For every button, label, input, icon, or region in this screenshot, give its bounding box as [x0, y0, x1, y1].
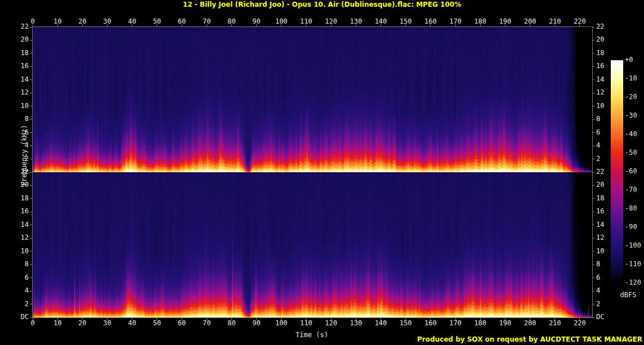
- y-axis-tick: [592, 172, 594, 173]
- x-tick-label: 110: [297, 18, 315, 25]
- freq-tick-label: 16: [11, 208, 29, 215]
- colorbar-tick-label: -30: [625, 112, 637, 119]
- freq-tick-label: 18: [11, 50, 29, 57]
- x-tick-label: 90: [248, 18, 266, 25]
- y-axis-tick: [592, 132, 594, 133]
- x-tick-label: 110: [297, 320, 315, 327]
- colorbar-tick-label: -50: [625, 149, 637, 156]
- x-tick-label: 10: [48, 18, 66, 25]
- y-axis-tick: [30, 79, 32, 80]
- y-axis-tick: [30, 185, 32, 186]
- freq-tick-label: DC: [11, 313, 29, 321]
- y-axis-tick: [592, 212, 594, 212]
- freq-tick-label: 20: [596, 36, 614, 43]
- x-tick-label: 170: [446, 18, 464, 25]
- x-tick-label: 200: [521, 18, 539, 25]
- x-tick-label: 70: [198, 18, 216, 25]
- y-axis-tick: [30, 40, 32, 41]
- x-tick-label: 140: [372, 18, 390, 25]
- y-axis-tick: [30, 198, 32, 199]
- x-tick-label: 190: [496, 18, 514, 25]
- x-tick-label: 20: [73, 18, 91, 25]
- y-axis-tick: [30, 66, 32, 67]
- y-axis-tick: [592, 146, 594, 146]
- y-axis-tick: [30, 238, 32, 239]
- x-tick-label: 120: [322, 18, 340, 25]
- credit-text: Produced by SOX on request by AUCDTECT T…: [417, 335, 642, 343]
- freq-tick-label: DC: [596, 313, 614, 321]
- y-axis-title: Frequency (kHz): [20, 105, 28, 206]
- x-tick-label: 180: [471, 320, 489, 327]
- y-axis-tick: [30, 146, 32, 146]
- freq-tick-label: 4: [596, 287, 614, 294]
- colorbar-tick-label: -70: [625, 186, 637, 194]
- y-axis-tick: [592, 265, 594, 265]
- freq-tick-label: 12: [11, 89, 29, 96]
- spectrogram-channel-left: [33, 27, 592, 172]
- colorbar-tick-label: -110: [625, 261, 641, 268]
- colorbar-tick-label: -100: [625, 242, 641, 249]
- y-axis-tick: [30, 159, 32, 159]
- x-tick-label: 60: [173, 18, 191, 25]
- x-tick-label: 50: [148, 320, 166, 327]
- freq-tick-label: 16: [11, 62, 29, 70]
- x-tick-label: 80: [222, 18, 240, 25]
- y-axis-tick: [592, 79, 594, 80]
- freq-tick-label: 4: [11, 287, 29, 294]
- colorbar-tick-label: -10: [625, 75, 637, 82]
- colorbar-tick-label: -120: [625, 279, 641, 286]
- x-tick-label: 50: [148, 18, 166, 25]
- x-tick-label: 100: [272, 18, 290, 25]
- y-axis-tick: [592, 198, 594, 199]
- x-tick-label: 20: [73, 320, 91, 327]
- x-tick-label: 130: [347, 18, 365, 25]
- y-axis-tick: [592, 317, 594, 318]
- freq-tick-label: 18: [596, 50, 614, 57]
- y-axis-tick: [592, 93, 594, 93]
- x-tick-label: 120: [322, 320, 340, 327]
- x-tick-label: 180: [471, 18, 489, 25]
- y-axis-tick: [592, 238, 594, 239]
- x-tick-label: 80: [222, 320, 240, 327]
- y-axis-tick: [592, 40, 594, 41]
- x-tick-label: 220: [571, 320, 589, 327]
- colorbar: [611, 60, 623, 283]
- x-tick-label: 40: [123, 320, 141, 327]
- colorbar-unit-label: dBFS: [616, 291, 641, 299]
- y-axis-tick: [30, 265, 32, 265]
- y-axis-tick: [592, 251, 594, 252]
- y-axis-tick: [592, 225, 594, 225]
- colorbar-tick-label: -80: [625, 205, 637, 212]
- y-axis-tick: [592, 291, 594, 292]
- x-tick-label: 60: [173, 320, 191, 327]
- y-axis-tick: [592, 53, 594, 53]
- y-axis-tick: [30, 119, 32, 120]
- freq-tick-label: 6: [11, 274, 29, 281]
- y-axis-tick: [30, 93, 32, 93]
- y-axis-tick: [592, 185, 594, 186]
- x-tick-label: 100: [272, 320, 290, 327]
- y-axis-tick: [30, 251, 32, 252]
- sox-spectrogram-window: 12 - Billy Joel (Richard Joo) - Opus 10.…: [0, 0, 644, 345]
- x-tick-label: 30: [99, 18, 117, 25]
- y-axis-tick: [592, 277, 594, 278]
- freq-tick-label: 20: [11, 36, 29, 43]
- freq-tick-label: 2: [11, 301, 29, 308]
- x-tick-label: 220: [571, 18, 589, 25]
- freq-tick-label: 12: [11, 234, 29, 241]
- x-tick-label: 130: [347, 320, 365, 327]
- y-axis-tick: [30, 304, 32, 304]
- x-tick-label: 140: [372, 320, 390, 327]
- y-axis-tick: [30, 212, 32, 212]
- x-tick-label: 160: [422, 18, 440, 25]
- y-axis-tick: [30, 317, 32, 318]
- y-axis-tick: [592, 27, 594, 28]
- colorbar-tick-label: -40: [625, 131, 637, 138]
- freq-tick-label: 22: [11, 23, 29, 30]
- x-tick-label: 70: [198, 320, 216, 327]
- y-axis-tick: [592, 304, 594, 304]
- freq-tick-label: 22: [596, 23, 614, 30]
- y-axis-tick: [30, 172, 32, 173]
- x-tick-label: 160: [422, 320, 440, 327]
- freq-tick-label: 8: [11, 261, 29, 268]
